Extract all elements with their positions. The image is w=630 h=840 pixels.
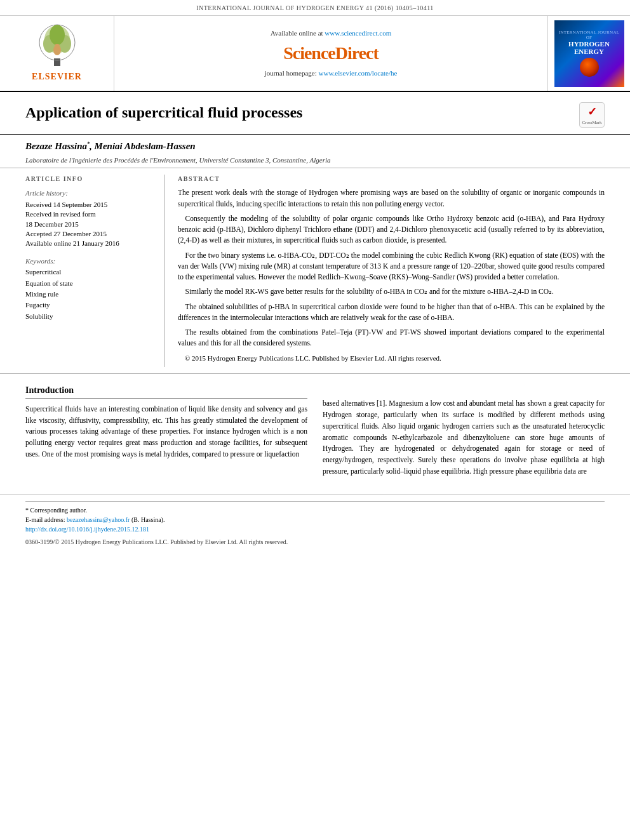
cover-title-main: HYDROGENENERGY bbox=[568, 40, 610, 55]
abstract-p5: The obtained solubilities of p-HBA in su… bbox=[178, 302, 605, 324]
article-info-column: ARTICLE INFO Article history: Received 1… bbox=[25, 175, 165, 367]
journal-info-center: Available online at www.sciencedirect.co… bbox=[114, 16, 547, 91]
science-text: Science bbox=[283, 43, 335, 63]
received-revised: Received in revised form18 December 2015 bbox=[25, 210, 154, 229]
journal-cover-image: International Journal of HYDROGENENERGY bbox=[554, 20, 624, 87]
body-left-col: Introduction Supercritical fluids have a… bbox=[25, 384, 307, 477]
keyword-supercritical: Supercritical bbox=[25, 267, 154, 277]
svg-rect-0 bbox=[54, 58, 60, 66]
keywords-label: Keywords: bbox=[25, 257, 154, 266]
article-info-label: ARTICLE INFO bbox=[25, 175, 154, 183]
available-online-text: Available online at www.sciencedirect.co… bbox=[271, 29, 392, 38]
cover-globe-icon bbox=[580, 58, 599, 77]
keyword-mixing-rule: Mixing rule bbox=[25, 290, 154, 299]
body-two-col: Introduction Supercritical fluids have a… bbox=[25, 384, 605, 477]
cover-title-small: International Journal of bbox=[557, 30, 622, 41]
abstract-p6: The results obtained from the combinatio… bbox=[178, 327, 605, 349]
received-1: Received 14 September 2015 bbox=[25, 200, 154, 210]
doi-link[interactable]: http://dx.doi.org/10.1016/j.ijhydene.201… bbox=[25, 526, 149, 533]
author-hassina: Bezaze Hassina* bbox=[25, 141, 90, 151]
email-suffix: (B. Hassina). bbox=[131, 516, 165, 523]
direct-text: Direct bbox=[335, 43, 379, 63]
email-link[interactable]: bezazehassina@yahoo.fr bbox=[67, 516, 130, 523]
introduction-heading: Introduction bbox=[25, 384, 307, 399]
abstract-p2: Consequently the modeling of the solubil… bbox=[178, 213, 605, 246]
author-hassen: Meniai Abdeslam-Hassen bbox=[95, 141, 196, 151]
abstract-label: ABSTRACT bbox=[178, 175, 605, 183]
history-label: Article history: bbox=[25, 189, 154, 198]
crossmark-badge[interactable]: ✓ CrossMark bbox=[579, 102, 605, 128]
keyword-fugacity: Fugacity bbox=[25, 300, 154, 310]
elsevier-tree-icon bbox=[32, 23, 83, 68]
publisher-banner: ELSEVIER Available online at www.science… bbox=[0, 16, 630, 92]
abstract-p3: For the two binary systems i.e. o-HBA-CO… bbox=[178, 250, 605, 283]
article-title: Application of supercritical fluid proce… bbox=[25, 102, 579, 124]
corresponding-author-note: * Corresponding author. bbox=[25, 505, 605, 515]
abstract-copyright: © 2015 Hydrogen Energy Publications LLC.… bbox=[178, 353, 605, 364]
keyword-solubility: Solubility bbox=[25, 312, 154, 321]
abstract-column: ABSTRACT The present work deals with the… bbox=[178, 175, 605, 367]
intro-left-p: Supercritical fluids have an interesting… bbox=[25, 404, 307, 460]
journal-cover-section: International Journal of HYDROGENENERGY bbox=[547, 16, 630, 91]
doi-line: http://dx.doi.org/10.1016/j.ijhydene.201… bbox=[25, 524, 605, 534]
crossmark-icon: ✓ bbox=[582, 104, 601, 120]
article-title-section: Application of supercritical fluid proce… bbox=[0, 92, 630, 135]
abstract-p4: Similarly the model RK-WS gave better re… bbox=[178, 286, 605, 297]
email-line: E-mail address: bezazehassina@yahoo.fr (… bbox=[25, 515, 605, 524]
journal-homepage-url[interactable]: www.elsevier.com/locate/he bbox=[319, 69, 398, 77]
authors-section: Bezaze Hassina*, Meniai Abdeslam-Hassen … bbox=[0, 135, 630, 168]
sciencedirect-url[interactable]: www.sciencedirect.com bbox=[325, 29, 391, 37]
available-online-date: Available online 21 January 2016 bbox=[25, 239, 154, 248]
elsevier-label: ELSEVIER bbox=[32, 70, 82, 83]
email-label: E-mail address: bbox=[25, 516, 65, 523]
body-section: Introduction Supercritical fluids have a… bbox=[0, 374, 630, 488]
abstract-p1: The present work deals with the storage … bbox=[178, 187, 605, 210]
svg-point-7 bbox=[55, 44, 60, 49]
accepted-date: Accepted 27 December 2015 bbox=[25, 229, 154, 239]
introduction-left-text: Supercritical fluids have an interesting… bbox=[25, 404, 307, 460]
intro-right-p: based alternatives [1]. Magnesium a low … bbox=[323, 398, 605, 477]
introduction-right-text: based alternatives [1]. Magnesium a low … bbox=[323, 398, 605, 477]
elsevier-logo-section: ELSEVIER bbox=[0, 16, 114, 91]
footer-copyright: 0360-3199/© 2015 Hydrogen Energy Publica… bbox=[25, 538, 605, 547]
svg-point-5 bbox=[50, 25, 65, 45]
sciencedirect-brand: ScienceDirect bbox=[283, 41, 379, 65]
page-footer: * Corresponding author. E-mail address: … bbox=[0, 494, 630, 552]
author-affiliation: Laboratoire de l'Ingénierie des Procédés… bbox=[25, 156, 605, 165]
authors-names: Bezaze Hassina*, Meniai Abdeslam-Hassen bbox=[25, 140, 605, 153]
crossmark-label: CrossMark bbox=[582, 120, 601, 126]
journal-header: INTERNATIONAL JOURNAL OF HYDROGEN ENERGY… bbox=[0, 0, 630, 16]
footnote-text: * Corresponding author. E-mail address: … bbox=[25, 505, 605, 534]
abstract-text: The present work deals with the storage … bbox=[178, 187, 605, 363]
keyword-eos: Equation of state bbox=[25, 279, 154, 288]
article-info-abstract-section: ARTICLE INFO Article history: Received 1… bbox=[0, 168, 630, 374]
body-right-col: based alternatives [1]. Magnesium a low … bbox=[323, 384, 605, 477]
journal-header-text: INTERNATIONAL JOURNAL OF HYDROGEN ENERGY… bbox=[196, 4, 434, 11]
journal-homepage: journal homepage: www.elsevier.com/locat… bbox=[265, 69, 398, 78]
